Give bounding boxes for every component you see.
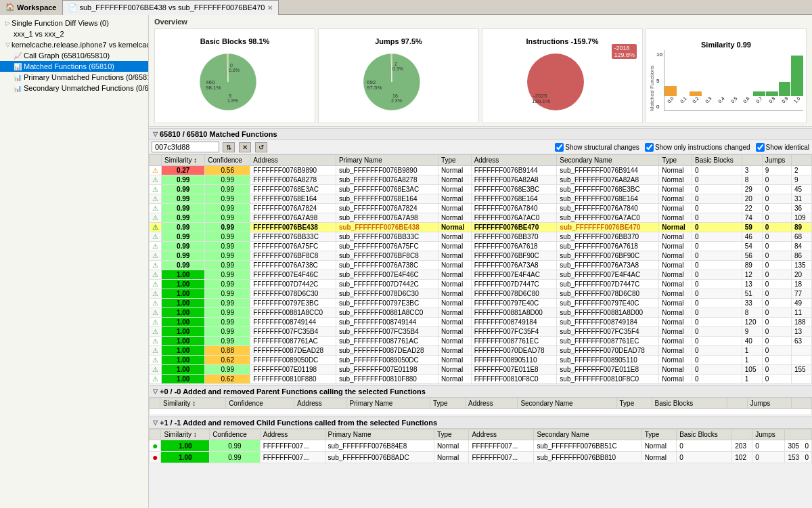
table-row[interactable]: ⚠ 0.27 0.56 FFFFFFF0076B9890 sub_FFFFFFF… <box>150 166 812 175</box>
table-row[interactable]: ⚠ 1.00 0.99 FFFFFFF0087761AC sub_FFFFFFF… <box>150 337 812 346</box>
ccol-type2[interactable]: Type <box>641 429 677 440</box>
j2-cell: 18 <box>792 280 812 289</box>
ccol-name1[interactable]: Primary Name <box>325 429 434 440</box>
ccol-addr1[interactable]: Address <box>260 429 325 440</box>
sidebar-item-xxx[interactable]: xxx_1 vs xxx_2 <box>0 28 148 39</box>
table-row[interactable]: ⚠ 1.00 0.62 FFFFFFF0089050DC sub_FFFFFFF… <box>150 356 812 365</box>
type1-cell: Normal <box>438 261 471 270</box>
pcol-jumps[interactable]: Jumps <box>747 398 791 409</box>
ccol-name2[interactable]: Secondary Name <box>534 429 641 440</box>
pcol-confidence[interactable]: Confidence <box>226 398 294 409</box>
table-row[interactable]: ⚠ 0.99 0.99 FFFFFFF0076A8278 sub_FFFFFFF… <box>150 175 812 185</box>
bb2-cell: 8 <box>742 175 762 185</box>
sidebar-item-kernelcache[interactable]: ▽ kernelcache.release.iphone7 vs kernelc… <box>0 39 148 50</box>
ccol-jumps[interactable]: Jumps <box>752 429 785 440</box>
ccol-type1[interactable]: Type <box>434 429 469 440</box>
ccol-confidence[interactable]: Confidence <box>210 429 260 440</box>
col-bb[interactable]: Basic Blocks <box>692 155 742 166</box>
bb-cell: 0 <box>677 440 732 452</box>
type1-cell: Normal <box>438 327 471 337</box>
table-row[interactable]: ● 1.00 0.99 FFFFFFF007... sub_FFFFFFF007… <box>150 452 812 463</box>
child-collapse-btn[interactable]: ▽ <box>153 419 158 426</box>
type2-cell: Normal <box>659 204 692 213</box>
pcol-name1[interactable]: Primary Name <box>346 398 430 409</box>
table-row[interactable]: ⚠ 0.99 0.99 FFFFFFF0076A738C sub_FFFFFFF… <box>150 261 812 270</box>
pcol-bb[interactable]: Basic Blocks <box>652 398 727 409</box>
row-icon-cell: ⚠ <box>150 232 162 242</box>
table-row[interactable]: ⚠ 1.00 0.99 FFFFFFF0078D6C30 sub_FFFFFFF… <box>150 289 812 299</box>
show-instructions-checkbox[interactable] <box>645 143 654 152</box>
col-addr1[interactable]: Address <box>250 155 336 166</box>
row-icon-cell: ⚠ <box>150 346 162 356</box>
pcol-addr1[interactable]: Address <box>294 398 346 409</box>
show-instructions-label[interactable]: Show only instructions changed <box>645 143 750 152</box>
pcol-addr2[interactable]: Address <box>465 398 517 409</box>
table-row[interactable]: ⚠ 1.00 0.99 FFFFFFF008749144 sub_FFFFFFF… <box>150 318 812 327</box>
col-type1[interactable]: Type <box>438 155 471 166</box>
table-row[interactable]: ⚠ 0.99 0.99 FFFFFFF0076A7824 sub_FFFFFFF… <box>150 204 812 213</box>
type1-cell: Normal <box>438 289 471 299</box>
table-row[interactable]: ⚠ 1.00 0.99 FFFFFFF007D7442C sub_FFFFFFF… <box>150 280 812 289</box>
ccol-similarity[interactable]: Similarity ↕ <box>161 429 210 440</box>
col-addr2[interactable]: Address <box>471 155 557 166</box>
pcol-name2[interactable]: Secondary Name <box>518 398 616 409</box>
matched-collapse-btn[interactable]: ▽ <box>153 131 158 137</box>
table-row[interactable]: ⚠ 0.99 0.99 FFFFFFF0076BF8C8 sub_FFFFFFF… <box>150 251 812 261</box>
show-structural-checkbox[interactable] <box>555 143 564 152</box>
addr2-cell: FFFFFFF007... <box>469 440 534 452</box>
child-table-section: ▽ +1 / -1 Added and removed Child Functi… <box>149 417 812 463</box>
ccol-addr2[interactable]: Address <box>469 429 534 440</box>
tab-diff[interactable]: 📄 sub_FFFFFFF0076BE438 vs sub_FFFFFFF007… <box>63 0 279 15</box>
col-name1[interactable]: Primary Name <box>336 155 438 166</box>
table-row[interactable]: ● 1.00 0.99 FFFFFFF007... sub_FFFFFFF007… <box>150 440 812 452</box>
col-jumps[interactable]: Jumps <box>762 155 791 166</box>
addr1-cell: FFFFFFF0089050DC <box>250 356 336 365</box>
table-row[interactable]: ⚠ 1.00 0.99 FFFFFFF007E01198 sub_FFFFFFF… <box>150 365 812 375</box>
sidebar-item-primary-unmatched[interactable]: 📊 Primary Unmatched Functions (0/65810) <box>0 72 148 83</box>
addr1-cell: FFFFFFF0076A7A98 <box>250 213 336 223</box>
table-row[interactable]: ⚠ 0.99 0.99 FFFFFFF0076BE438 sub_FFFFFFF… <box>150 223 812 232</box>
show-identical-label[interactable]: Show identical <box>756 143 809 152</box>
col-name2[interactable]: Secondary Name <box>557 155 659 166</box>
col-confidence[interactable]: Confidence <box>205 155 250 166</box>
table-row[interactable]: ⚠ 1.00 0.88 FFFFFFF0087DEAD28 sub_FFFFFF… <box>150 346 812 356</box>
ccol-bb[interactable]: Basic Blocks <box>677 429 732 440</box>
table-row[interactable]: ⚠ 1.00 0.62 FFFFFFF00810F880 sub_FFFFFFF… <box>150 375 812 384</box>
pcol-similarity[interactable]: Similarity ↕ <box>160 398 226 409</box>
col-similarity[interactable]: Similarity ↕ <box>162 155 205 166</box>
type2-cell: Normal <box>659 318 692 327</box>
show-identical-checkbox[interactable] <box>756 143 765 152</box>
j2-cell: 49 <box>792 299 812 308</box>
search-input[interactable] <box>152 142 219 152</box>
table-row[interactable]: ⚠ 1.00 0.99 FFFFFFF00881A8CC0 sub_FFFFFF… <box>150 308 812 318</box>
sidebar-item-secondary-unmatched[interactable]: 📊 Secondary Unmatched Functions (0/65810… <box>0 83 148 93</box>
filter-button[interactable]: ✕ <box>239 142 251 152</box>
pcol-type1[interactable]: Type <box>430 398 466 409</box>
table-row[interactable]: ⚠ 0.99 0.99 FFFFFFF00768E164 sub_FFFFFFF… <box>150 194 812 204</box>
sidebar-item-call-graph[interactable]: 📈 Call Graph (65810/65810) <box>0 50 148 61</box>
type2-cell: Normal <box>659 346 692 356</box>
table-row[interactable]: ⚠ 0.99 0.99 FFFFFFF0076BB33C sub_FFFFFFF… <box>150 232 812 242</box>
refresh-button[interactable]: ↺ <box>255 142 267 152</box>
sort-button[interactable]: ⇅ <box>223 142 235 152</box>
tab-close-button[interactable]: ✕ <box>267 4 273 12</box>
type2-cell: Normal <box>659 194 692 204</box>
similarity-cell: 1.00 <box>162 299 205 308</box>
bar-0.4: 0.4 <box>715 96 727 102</box>
table-row[interactable]: ⚠ 0.99 0.99 FFFFFFF0076A7A98 sub_FFFFFFF… <box>150 213 812 223</box>
sidebar-item-matched-funcs[interactable]: 📊 Matched Functions (65810) <box>0 61 148 72</box>
pcol-type2[interactable]: Type <box>616 398 652 409</box>
similarity-cell: 1.00 <box>162 308 205 318</box>
table-row[interactable]: ⚠ 1.00 0.99 FFFFFFF00797E3BC sub_FFFFFFF… <box>150 299 812 308</box>
table-row[interactable]: ⚠ 0.99 0.99 FFFFFFF0076A75FC sub_FFFFFFF… <box>150 242 812 251</box>
table-row[interactable]: ⚠ 1.00 0.99 FFFFFFF007E4F46C sub_FFFFFFF… <box>150 270 812 280</box>
table-row[interactable]: ⚠ 0.99 0.99 FFFFFFF00768E3AC sub_FFFFFFF… <box>150 185 812 194</box>
show-structural-label[interactable]: Show structural changes <box>555 143 639 152</box>
tab-workspace[interactable]: 🏠 Workspace <box>0 0 63 15</box>
parent-collapse-btn[interactable]: ▽ <box>153 388 158 395</box>
table-row[interactable]: ⚠ 1.00 0.99 FFFFFFF007FC35B4 sub_FFFFFFF… <box>150 327 812 337</box>
sidebar-item-single-func[interactable]: ▷ Single Function Diff Views (0) <box>0 18 148 28</box>
similarity-cell: 1.00 <box>162 318 205 327</box>
table-row <box>150 409 812 415</box>
col-type2[interactable]: Type <box>659 155 692 166</box>
